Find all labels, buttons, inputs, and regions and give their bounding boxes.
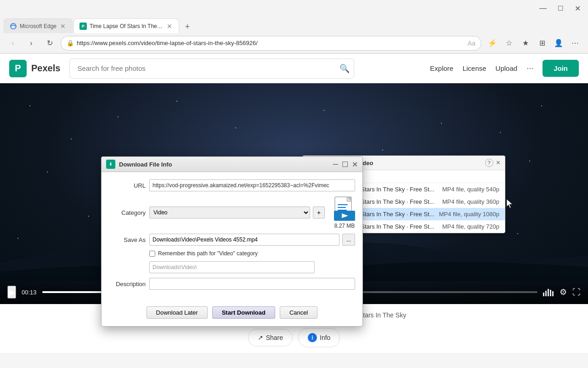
nav-license[interactable]: License xyxy=(463,64,486,72)
minimize-btn[interactable]: — xyxy=(536,4,550,12)
save-as-wrap: ... xyxy=(149,234,355,246)
category-add-btn[interactable]: + xyxy=(313,207,325,218)
lock-icon: 🔒 xyxy=(67,40,74,46)
maximize-btn[interactable]: ☐ xyxy=(554,5,567,12)
favorites-btn[interactable]: ☆ xyxy=(502,36,516,51)
tab-pexels-close[interactable]: ✕ xyxy=(166,22,173,31)
refresh-btn[interactable]: ↻ xyxy=(42,36,57,51)
tab-edge[interactable]: Microsoft Edge ✕ xyxy=(4,18,73,33)
search-button[interactable]: 🔍 xyxy=(339,63,350,74)
search-input[interactable] xyxy=(69,58,354,79)
close-btn[interactable]: ✕ xyxy=(571,4,584,13)
tooltip-item-2-meta: MP4 file, quality 360p xyxy=(442,198,499,205)
dialog-minimize-btn[interactable]: ─ xyxy=(333,160,338,168)
share-icon: ↗ xyxy=(258,334,263,341)
tab-pexels[interactable]: P Time Lapse Of Stars In The Sky · ✕ xyxy=(74,18,179,33)
fullscreen-button[interactable]: ⛶ xyxy=(572,288,581,297)
dialog-body: URL Category Video Music Documents Progr… xyxy=(102,172,362,302)
file-icon: 8.27 MB xyxy=(334,196,355,229)
title-bar: — ☐ ✕ xyxy=(0,0,588,17)
tab-edge-close[interactable]: ✕ xyxy=(59,22,67,31)
pexels-logo[interactable]: P Pexels xyxy=(9,60,60,77)
info-icon: i xyxy=(308,333,317,342)
tab-pexels-label: Time Lapse Of Stars In The Sky · xyxy=(90,23,163,29)
description-label: Description xyxy=(109,281,146,288)
nav-upload[interactable]: Upload xyxy=(496,64,518,72)
dialog-close-btn[interactable]: ✕ xyxy=(352,160,358,169)
svg-rect-8 xyxy=(338,207,346,208)
settings-icon-btn[interactable]: ⚙ xyxy=(560,287,567,297)
tab-edge-label: Microsoft Edge xyxy=(20,23,57,29)
remember-path-row: Remember this path for "Video" category xyxy=(149,250,355,257)
new-tab-btn[interactable]: + xyxy=(181,20,194,33)
dialog-buttons: Download Later Start Download Cancel xyxy=(102,302,362,326)
reader-icon: Aa xyxy=(468,40,475,47)
play-button[interactable]: ▶ xyxy=(7,286,16,299)
svg-rect-2 xyxy=(545,291,547,296)
browse-btn[interactable]: ... xyxy=(342,234,355,246)
path-hint-input[interactable] xyxy=(149,261,315,273)
cancel-btn[interactable]: Cancel xyxy=(280,306,317,319)
site-header: P Pexels 🔍 Explore License Upload ··· Jo… xyxy=(0,54,588,83)
description-input[interactable] xyxy=(149,278,355,290)
dialog-url-row: URL xyxy=(109,179,355,191)
svg-rect-1 xyxy=(543,293,544,296)
dialog-description-row: Description xyxy=(109,278,355,290)
category-label: Category xyxy=(109,209,146,216)
download-later-btn[interactable]: Download Later xyxy=(147,306,208,319)
time-display: 00:13 xyxy=(22,289,37,296)
dialog-titlebar: ⬇ Download File Info ─ ☐ ✕ xyxy=(102,157,362,172)
share-button[interactable]: ↗ Share xyxy=(248,329,293,346)
svg-rect-5 xyxy=(552,291,554,296)
category-select[interactable]: Video Music Documents Programs Other xyxy=(149,207,310,218)
svg-rect-3 xyxy=(548,289,549,296)
collections-btn[interactable]: ★ xyxy=(518,36,533,51)
svg-rect-7 xyxy=(338,204,348,205)
tooltip-close-btn[interactable]: × xyxy=(496,159,500,167)
browser-chrome: — ☐ ✕ Microsoft Edge ✕ P Time Lapse Of S… xyxy=(0,0,588,54)
pexels-favicon: P xyxy=(79,23,87,30)
nav-more[interactable]: ··· xyxy=(526,63,533,73)
back-btn[interactable]: ‹ xyxy=(6,36,20,51)
dialog-maximize-btn[interactable]: ☐ xyxy=(342,160,348,169)
save-as-input[interactable] xyxy=(149,234,339,246)
pexels-logo-text: Pexels xyxy=(31,63,60,74)
info-button[interactable]: i Info xyxy=(298,328,340,347)
save-as-label: Save As xyxy=(109,236,146,243)
share-label: Share xyxy=(266,334,283,341)
url-input[interactable] xyxy=(149,179,355,191)
volume-bars-icon xyxy=(543,288,554,296)
download-dialog: ⬇ Download File Info ─ ☐ ✕ URL Category … xyxy=(101,156,363,327)
nav-explore[interactable]: Explore xyxy=(430,64,453,72)
dialog-title: Download File Info xyxy=(119,161,329,168)
extensions-btn[interactable]: ⚡ xyxy=(485,36,500,51)
toolbar-icons: ⚡ ☆ ★ ⊞ 👤 ⋯ xyxy=(485,36,582,51)
tooltip-item-4-meta: MP4 file, quality 720p xyxy=(442,223,499,230)
dialog-save-row: Save As ... xyxy=(109,234,355,246)
wallet-btn[interactable]: ⊞ xyxy=(535,36,549,51)
profile-btn[interactable]: 👤 xyxy=(551,36,566,51)
tooltip-item-3-meta: MP4 file, quality 1080p xyxy=(439,211,499,218)
file-size: 8.27 MB xyxy=(334,223,355,229)
tooltip-help-btn[interactable]: ? xyxy=(485,159,493,167)
dialog-category-row: Category Video Music Documents Programs … xyxy=(109,196,355,229)
forward-btn[interactable]: › xyxy=(24,36,39,51)
site-search: 🔍 xyxy=(69,58,354,79)
remember-path-label: Remember this path for "Video" category xyxy=(158,250,258,257)
dialog-app-icon: ⬇ xyxy=(106,160,115,169)
svg-rect-4 xyxy=(550,290,551,296)
page-actions: ↗ Share i Info xyxy=(0,328,588,347)
site-nav: Explore License Upload ··· Join xyxy=(430,60,579,77)
tab-bar: Microsoft Edge ✕ P Time Lapse Of Stars I… xyxy=(0,17,588,33)
category-select-wrap: Video Music Documents Programs Other + xyxy=(149,207,325,218)
remember-path-checkbox[interactable] xyxy=(149,251,155,257)
start-download-btn[interactable]: Start Download xyxy=(212,306,275,319)
settings-btn[interactable]: ⋯ xyxy=(568,36,582,51)
info-label: Info xyxy=(320,334,330,341)
svg-rect-9 xyxy=(338,210,347,211)
url-label: URL xyxy=(109,182,146,189)
join-button[interactable]: Join xyxy=(543,60,579,77)
pexels-logo-icon: P xyxy=(9,60,27,77)
address-bar[interactable]: 🔒 https://www.pexels.com/video/time-laps… xyxy=(61,36,481,51)
tooltip-item-1-meta: MP4 file, quality 540p xyxy=(442,186,499,193)
